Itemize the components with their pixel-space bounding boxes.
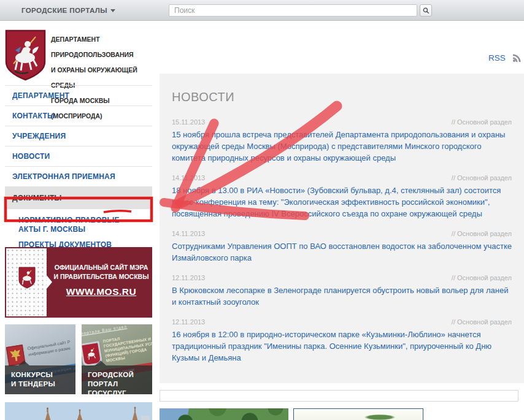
news-section: // Основной раздел [452,318,512,326]
news-list: 15.11.2013 // Основной раздел 15 ноября … [172,118,512,364]
tenders-caption-line2: И ТЕНДЕРЫ [11,380,75,389]
news-link[interactable]: 18 ноября в 13.00 в РИА «Новости» (Зубов… [172,185,513,220]
gosuslugi-caption-line1: ГОРОДСКОЙ [88,370,152,380]
news-section: // Основной раздел [452,230,512,237]
gosuslugi-caption: ГОРОДСКОЙ ПОРТАЛ ГОСУСЛУГ [82,365,152,394]
sidebar-item-institutions[interactable]: УЧРЕЖДЕНИЯ [5,126,152,147]
bottom-white-bar [160,390,518,402]
news-link[interactable]: В Крюковском лесопарке в Зеленограде пла… [172,284,513,308]
news-date: 14.11.2013 [172,174,205,181]
news-link[interactable]: Сотрудниками Управления ООПТ по ВАО восс… [172,240,513,264]
sidebar-item-news[interactable]: НОВОСТИ [5,147,152,167]
news-section: // Основной раздел [452,274,512,281]
mos-ru-banner[interactable]: ОФИЦИАЛЬНЫЙ САЙТ МЭРА И ПРАВИТЕЛЬСТВА МО… [5,247,152,318]
rss-icon [512,53,522,63]
sidebar-item-contacts[interactable]: КОНТАКТЫ [5,106,152,126]
news-item: 14.11.2013 // Основной раздел 18 ноября … [172,174,512,220]
news-item: 12.11.2013 // Основной раздел 16 ноября … [172,318,512,364]
city-portals-label: ГОРОДСКИЕ ПОРТАЛЫ [21,7,107,14]
news-date: 15.11.2013 [172,118,205,126]
page-title: НОВОСТИ [172,90,524,104]
news-date: 14.11.2013 [172,230,205,237]
city-portals-dropdown[interactable]: ГОРОДСКИЕ ПОРТАЛЫ [21,0,115,21]
tenders-banner[interactable]: Официальный сайт Р информации о разме Гл… [5,324,75,394]
news-section: // Основной раздел [452,118,512,126]
news-item: 15.11.2013 // Основной раздел 15 ноября … [172,118,512,164]
sidebar-item-department[interactable]: ДЕПАРТАМЕНТ [5,86,152,106]
mos-banner-emblem-panel [6,248,47,316]
gosuslugi-banner[interactable]: О портале Ваш отдел ПОРТАЛ ГОСУДАРСТВЕНН… [82,324,152,394]
magnifier-icon [423,7,430,14]
search-input[interactable] [169,4,417,17]
gosuslugi-inner-text: ПОРТАЛ ГОСУДАРСТВЕННЫХ И МУНИЦИПАЛЬНЫХ У… [102,330,152,364]
bottom-photo-framed[interactable] [293,408,423,420]
news-panel: НОВОСТИ 15.11.2013 // Основной раздел 15… [160,74,524,383]
news-item: 12.11.2013 // Основной раздел В Крюковск… [172,274,512,308]
top-bar: ГОРОДСКИЕ ПОРТАЛЫ [0,0,524,21]
bottom-photo-trees[interactable] [160,408,288,420]
kremlin-towers-image [5,402,152,420]
sidebar-menu: ДЕПАРТАМЕНТ КОНТАКТЫ УЧРЕЖДЕНИЯ НОВОСТИ … [5,85,152,256]
rss-link[interactable]: RSS [488,53,506,63]
sidebar-item-legal-acts[interactable]: НОРМАТИВНО-ПРАВОВЫЕ АКТЫ Г. МОСКВЫ [5,213,152,237]
kremlin-banner-partial[interactable] [5,402,152,420]
sidebar-item-documents[interactable]: ДОКУМЕНТЫ [5,187,152,209]
gosuslugi-caption-line2: ПОРТАЛ ГОСУСЛУГ [88,380,152,394]
org-title-line1: ДЕПАРТАМЕНТ ПРИРОДОПОЛЬЗОВАНИЯ [51,32,158,63]
mos-banner-text: ОФИЦИАЛЬНЫЙ САЙТ МЭРА И ПРАВИТЕЛЬСТВА МО… [53,263,150,296]
search-button[interactable] [420,4,432,17]
news-date: 12.11.2013 [172,318,205,326]
moscow-coat-of-arms-logo[interactable] [5,29,46,81]
rss-row[interactable]: RSS [488,52,522,63]
mos-banner-line1: ОФИЦИАЛЬНЫЙ САЙТ МЭРА [53,263,150,272]
mos-banner-line2: И ПРАВИТЕЛЬСТВА МОСКВЫ [53,272,150,281]
site-header: ДЕПАРТАМЕНТ ПРИРОДОПОЛЬЗОВАНИЯ И ОХРАНЫ … [5,28,152,83]
tenders-caption: КОНКУРСЫ И ТЕНДЕРЫ [5,365,75,394]
mos-ru-link[interactable]: WWW.MOS.RU [53,287,150,296]
chevron-down-icon [110,9,115,12]
tenders-caption-line1: КОНКУРСЫ [11,370,75,380]
news-link[interactable]: 16 ноября в 12:00 в природно-историческо… [172,329,513,364]
search-box [169,4,433,17]
news-link[interactable]: 15 ноября прошла встреча представителей … [172,129,513,164]
page: ГОРОДСКИЕ ПОРТАЛЫ ДЕПАРТАМЕНТ [0,0,524,420]
gosuslugi-inner-links: О портале Ваш отдел [82,324,127,337]
moscow-coat-of-arms-small [18,267,36,289]
sidebar-item-e-reception[interactable]: ЭЛЕКТРОННАЯ ПРИЕМНАЯ [5,167,152,187]
news-section: // Основной раздел [452,174,512,181]
news-item: 14.11.2013 // Основной раздел Сотрудника… [172,230,512,264]
news-date: 12.11.2013 [172,274,205,281]
